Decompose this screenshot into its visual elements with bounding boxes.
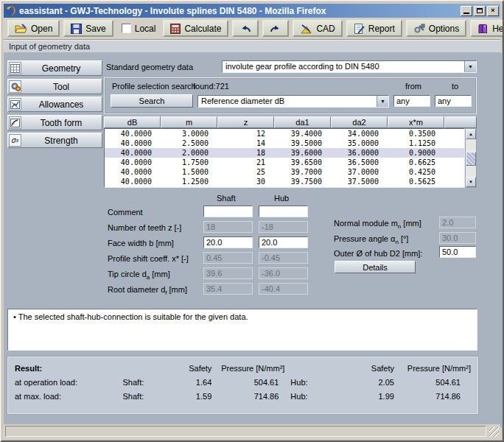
cad-icon	[300, 24, 312, 34]
minimize-icon	[463, 13, 469, 14]
sidebar-item-label: Tool	[21, 82, 101, 92]
face-width-shaft-input[interactable]	[203, 236, 253, 248]
report-icon	[354, 24, 365, 34]
application-window: eassistant - GWJ-Technology - Involute s…	[0, 0, 504, 442]
profile-shift-label: Profile shift coeff. x* [-]	[108, 254, 189, 263]
chevron-down-icon[interactable]: ▼	[377, 96, 388, 107]
search-button[interactable]: Search	[111, 94, 193, 108]
save-label: Save	[85, 24, 105, 34]
from-label: from	[405, 82, 421, 91]
from-input[interactable]	[393, 95, 430, 107]
table-row-selected[interactable]: 40.00002.00001839.600036.00000.9000	[105, 148, 464, 158]
tip-circle-label: Tip circle da [mm]	[108, 270, 170, 281]
close-button[interactable]: ×	[487, 6, 499, 16]
undo-icon	[239, 24, 251, 33]
scroll-track[interactable]	[466, 139, 476, 177]
scroll-down-icon[interactable]: ▼	[466, 177, 476, 187]
tool-icon	[9, 80, 21, 93]
search-criteria-value: Reference diameter dB	[198, 96, 377, 107]
calculate-button[interactable]: Calculate	[163, 20, 228, 37]
report-label: Report	[368, 24, 395, 34]
local-checkbox[interactable]	[122, 24, 131, 33]
undo-button[interactable]	[232, 20, 259, 37]
table-row[interactable]: 40.00001.75002139.650036.50000.6625	[105, 158, 464, 167]
sidebar-item-geometry[interactable]: Geometry	[7, 60, 102, 76]
tooth-form-icon	[9, 116, 21, 129]
column-header-xm[interactable]: x*m	[388, 116, 444, 128]
tip-circle-shaft-field	[203, 267, 253, 279]
profile-search-title: Profile selection search	[112, 82, 196, 91]
help-button[interactable]: Help	[470, 20, 504, 37]
report-button[interactable]: Report	[346, 20, 402, 37]
profile-shift-hub-field	[259, 252, 308, 264]
table-body: 40.00003.00001239.400034.00000.3500 40.0…	[104, 128, 465, 188]
column-header-m[interactable]: m	[161, 116, 217, 128]
calculate-label: Calculate	[184, 24, 221, 34]
status-header-text: Input of geometry data	[9, 42, 90, 51]
table-row[interactable]: 40.00001.50002539.700037.00000.4250	[105, 167, 464, 177]
result-header-row: Result: Safety Pressure [N/mm²] Safety P…	[15, 361, 471, 375]
chevron-down-icon[interactable]: ▼	[464, 61, 476, 72]
maximize-button[interactable]	[474, 6, 486, 16]
column-header-dB[interactable]: dB	[104, 116, 161, 128]
scroll-up-icon[interactable]: ▲	[466, 129, 476, 139]
status-bar	[4, 424, 500, 438]
root-diameter-shaft-field	[203, 283, 253, 295]
redo-icon	[270, 24, 281, 33]
sidebar-item-label: Geometry	[21, 63, 101, 74]
shaft-column-header: Shaft	[217, 194, 236, 203]
table-row[interactable]: 40.00002.50001439.500035.00001.1250	[105, 138, 464, 148]
pressure-angle-label: Pressure angle αn [°]	[334, 234, 408, 245]
open-button[interactable]: Open	[7, 20, 60, 37]
result-row-operation: at operation load: Shaft: 1.64 504.61 Hu…	[15, 375, 471, 389]
details-button[interactable]: Details	[335, 261, 416, 273]
options-button[interactable]: Options	[406, 20, 466, 37]
resize-grip-icon[interactable]	[489, 427, 499, 437]
close-icon: ×	[491, 7, 494, 14]
column-header-da2[interactable]: da2	[331, 116, 388, 128]
root-diameter-label: Root diameter df [mm]	[108, 285, 187, 296]
redo-button[interactable]	[262, 20, 289, 37]
allowances-icon	[9, 98, 21, 110]
maximize-icon	[477, 8, 483, 13]
profile-table: dB m z da1 da2 x*m 40.00003.00001239.400…	[104, 116, 477, 188]
comment-shaft-input[interactable]	[203, 206, 253, 217]
cad-button[interactable]: CAD	[293, 20, 342, 37]
table-scrollbar[interactable]: ▲ ▼	[465, 128, 477, 188]
sidebar-item-label: Strength	[21, 136, 101, 146]
table-row[interactable]: 40.00001.25003039.750037.50000.5625	[105, 177, 464, 186]
save-floppy-icon	[71, 24, 82, 34]
column-header-da1[interactable]: da1	[274, 116, 331, 128]
to-input[interactable]	[435, 95, 472, 107]
pressure-angle-field	[439, 232, 476, 244]
table-row[interactable]: 40.00003.00001239.400034.00000.3500	[105, 129, 464, 138]
result-panel: Result: Safety Pressure [N/mm²] Safety P…	[7, 357, 478, 414]
geometry-icon	[9, 62, 21, 74]
outer-diameter-input[interactable]	[439, 246, 476, 258]
firefox-icon	[5, 5, 16, 16]
open-label: Open	[31, 24, 52, 34]
sidebar-item-tool[interactable]: Tool	[7, 79, 102, 94]
standard-geometry-select[interactable]: involute gear profile according to DIN 5…	[222, 60, 477, 73]
sidebar-item-tooth-form[interactable]: Tooth form	[7, 115, 102, 130]
save-button[interactable]: Save	[63, 20, 113, 37]
toolbar: Open Save Local Calculate	[4, 18, 500, 40]
sidebar-item-strength[interactable]: σx Strength	[7, 133, 102, 148]
face-width-hub-input[interactable]	[259, 236, 308, 248]
sidebar-item-allowances[interactable]: Allowances	[7, 97, 102, 112]
pressure-header-hub: Pressure [N/mm²]	[394, 364, 471, 373]
search-criteria-select[interactable]: Reference diameter dB ▼	[197, 95, 389, 108]
tip-circle-hub-field	[259, 267, 308, 279]
comment-label: Comment	[108, 208, 143, 217]
pressure-header-shaft: Pressure [N/mm²]	[211, 364, 284, 373]
minimize-button[interactable]	[461, 6, 472, 16]
scroll-thumb[interactable]	[466, 152, 476, 166]
title-bar: eassistant - GWJ-Technology - Involute s…	[4, 4, 500, 18]
column-header-z[interactable]: z	[217, 116, 274, 128]
column-header-stub	[444, 116, 477, 128]
result-row-max-load: at max. load: Shaft: 1.59 714.86 Hub: 1.…	[15, 389, 471, 403]
comment-hub-input[interactable]	[259, 206, 308, 217]
strength-icon: σx	[9, 134, 21, 147]
to-label: to	[452, 82, 458, 91]
local-toggle[interactable]: Local	[122, 24, 156, 34]
